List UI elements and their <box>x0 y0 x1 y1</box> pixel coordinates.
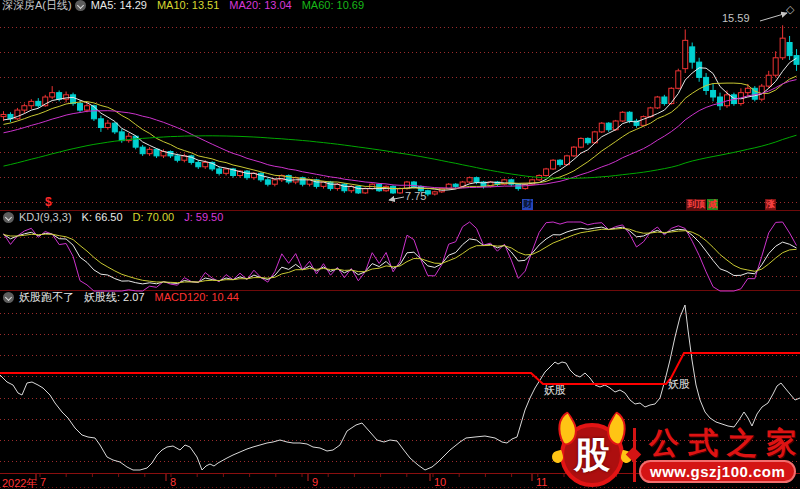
signal-badge: 涨 <box>765 199 776 210</box>
high-price-label: 15.59 <box>722 12 750 24</box>
axis-month-label: 11 <box>536 476 547 488</box>
signal-badge: 财 <box>522 199 533 210</box>
chevron-down-icon[interactable] <box>75 0 86 11</box>
yaogu-panel-header: 妖股跑不了 妖股线: 2.07 MACD120: 10.44 <box>2 292 249 303</box>
ma5-value: MA5: 14.29 <box>91 0 147 11</box>
axis-month-label: 9 <box>312 476 318 488</box>
ma10-value: MA10: 13.51 <box>157 0 219 11</box>
low-price-label: 7.75 <box>405 190 426 202</box>
main-chart-header: 深深房A(日线) MA5: 14.29 MA10: 13.51 MA20: 13… <box>2 0 374 11</box>
chart-canvas[interactable] <box>0 0 800 489</box>
macd120-value: MACD120: 10.44 <box>155 292 239 303</box>
chevron-down-icon[interactable] <box>3 212 14 223</box>
watermark-url: www.gszj100.com <box>639 460 796 483</box>
axis-month-label: 10 <box>434 476 446 488</box>
watermark-brand-text: 公式之家 <box>649 423 800 464</box>
kdj-d-value: D: 70.00 <box>133 212 175 223</box>
axis-month-label: 8 <box>170 476 176 488</box>
axis-year-label: 2022年 <box>2 476 37 489</box>
yaogu-signal-label: 妖股 <box>668 377 690 392</box>
watermark-divider <box>633 428 636 482</box>
kdj-panel-header: KDJ(9,3,3) K: 66.50 D: 70.00 J: 59.50 <box>2 212 233 223</box>
yaogu-indicator-title: 妖股跑不了 <box>19 292 74 303</box>
kdj-j-value: J: 59.50 <box>184 212 223 223</box>
ma60-value: MA60: 10.69 <box>302 0 364 11</box>
kdj-k-value: K: 66.50 <box>82 212 123 223</box>
signal-badge: 减 <box>707 199 718 210</box>
kdj-title: KDJ(9,3,3) <box>19 212 72 223</box>
watermark-bull-logo: 股 <box>560 423 624 487</box>
expand-diamond-icon[interactable]: ◇ <box>786 3 794 16</box>
yaogu-line-value: 妖股线: 2.07 <box>84 292 145 303</box>
chevron-down-icon[interactable] <box>3 292 14 303</box>
stock-title: 深深房A(日线) <box>2 0 72 11</box>
dollar-signal-marker: $ <box>45 195 52 209</box>
watermark-logo-char: 股 <box>574 431 610 480</box>
ma20-value: MA20: 13.04 <box>229 0 291 11</box>
yaogu-signal-label: 妖股 <box>544 383 566 398</box>
trading-app-window: { "main_header": { "title": "深深房A(日线)", … <box>0 0 800 489</box>
signal-badge: 到顶 <box>686 199 706 210</box>
axis-month-label: 7 <box>40 476 46 488</box>
